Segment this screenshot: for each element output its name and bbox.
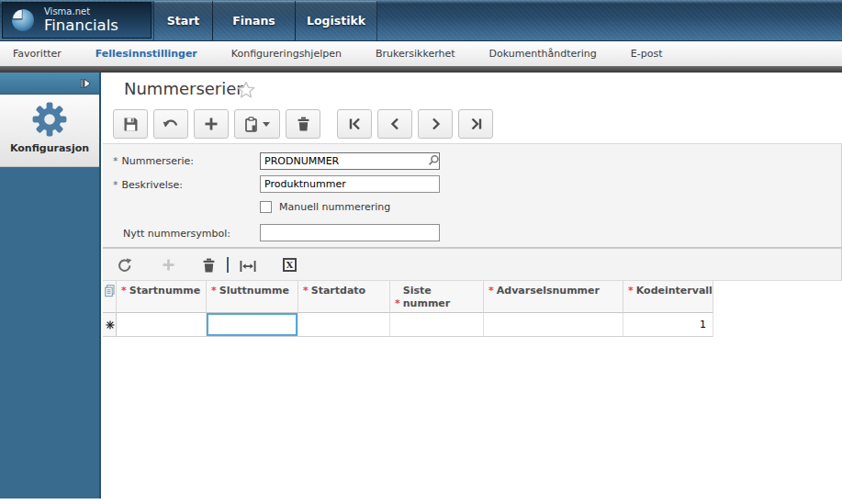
clipboard-icon [244,117,258,132]
record-form: *Nummerserie: *Beskrivelse: Manuell numm… [103,143,842,248]
divider-bar [0,66,842,73]
cell-startdato[interactable] [298,313,390,337]
first-record-icon [348,118,362,130]
expand-panel-icon [79,77,92,90]
export-excel-icon[interactable]: X [283,258,297,272]
tab-start[interactable]: Start [153,1,213,40]
sidebar-item-label: Konfigurasjon [0,142,99,154]
new-symbol-input[interactable] [260,224,440,241]
trash-icon [297,117,310,131]
required-marker: * [113,155,118,167]
row-header-cell[interactable] [103,313,117,337]
save-icon [123,117,139,132]
delete-row-icon[interactable] [202,258,216,273]
column-header-kodeintervall[interactable]: *Kodeintervall [623,281,713,313]
go-first-button[interactable] [337,109,372,139]
nav-item-fellesinnstillinger[interactable]: Fellesinnstillinger [95,48,197,60]
cell-kodeintervall[interactable]: 1 [623,313,713,337]
column-header-advarselsnummer[interactable]: *Advarselsnummer [484,281,623,313]
undo-icon [163,118,179,130]
visma-sphere-icon [10,7,36,33]
column-header-startdato[interactable]: *Startdato [298,281,390,313]
sidebar-expand-handle[interactable] [0,73,99,95]
go-previous-button[interactable] [377,109,412,139]
chevron-down-icon [263,122,270,127]
number-series-grid: *Startnumme *Sluttnumme *Startdato *Sist… [103,281,714,337]
brand-text: Visma.net Financials [44,7,118,33]
column-header-sluttnumme[interactable]: *Sluttnumme [207,281,298,313]
nav-item-epost[interactable]: E-post [631,48,663,60]
toolbar-separator [227,257,229,273]
next-record-icon [429,118,443,130]
manual-numbering-checkbox[interactable] [260,201,272,213]
sidebar-item-konfigurasjon[interactable]: Konfigurasjon [0,95,99,167]
brand-app: Financials [44,17,118,33]
delete-button[interactable] [286,109,320,139]
submenu-bar: Favoritter Fellesinnstillinger Konfigure… [0,41,842,66]
row-settings-header[interactable] [103,281,117,313]
add-button[interactable] [194,109,229,139]
nav-item-konfigureringshjelpen[interactable]: Konfigureringshjelpen [231,48,342,60]
add-row-icon[interactable] [162,258,175,272]
new-row-asterisk-icon [106,320,115,330]
copy-paste-button[interactable] [234,109,280,139]
go-next-button[interactable] [418,109,453,139]
top-bar: Visma.net Financials Start Finans Logist… [0,0,842,41]
cell-siste-nummer[interactable] [390,313,484,337]
column-header-siste-nummer[interactable]: *Siste nummer [390,281,484,313]
last-record-icon [469,118,483,130]
grid-new-row: 1 [103,313,714,337]
cell-sluttnumme-focused[interactable] [207,313,298,337]
tab-logistikk[interactable]: Logistikk [295,1,377,40]
module-tabs: Start Finans Logistikk [153,1,377,40]
plus-icon [204,117,219,131]
manual-numbering-label: Manuell nummerering [279,201,390,213]
favorite-star-icon[interactable] [237,81,255,98]
cell-startnumme[interactable] [117,313,207,337]
tab-finans[interactable]: Finans [212,1,296,40]
numberseries-input[interactable] [260,152,440,170]
notes-files-icon [105,285,115,297]
nav-item-favoritter[interactable]: Favoritter [13,48,62,60]
column-header-startnumme[interactable]: *Startnumme [117,281,207,313]
required-marker: * [113,179,118,191]
undo-button[interactable] [153,109,188,139]
fit-width-icon[interactable] [239,260,257,273]
save-button[interactable] [113,109,148,139]
grid-toolbar: X [103,248,842,281]
description-input[interactable] [260,175,440,193]
previous-record-icon [388,118,402,130]
page-title: Nummerserier [124,79,243,98]
grid-header-row: *Startnumme *Sluttnumme *Startdato *Sist… [103,281,714,313]
description-label: *Beskrivelse: [113,179,183,191]
cell-advarselsnummer[interactable] [484,313,623,337]
nav-item-dokumenthandtering[interactable]: Dokumenthåndtering [489,48,597,60]
gear-icon [31,101,68,138]
go-last-button[interactable] [458,109,493,139]
refresh-icon[interactable] [118,258,132,273]
sidebar: Konfigurasjon [0,73,101,498]
search-icon[interactable] [428,154,440,166]
brand-logo[interactable]: Visma.net Financials [2,2,152,39]
numberseries-label: *Nummerserie: [113,155,194,167]
new-symbol-label: Nytt nummersymbol: [123,228,230,240]
nav-item-brukersikkerhet[interactable]: Brukersikkerhet [376,48,455,60]
record-toolbar [113,109,499,139]
